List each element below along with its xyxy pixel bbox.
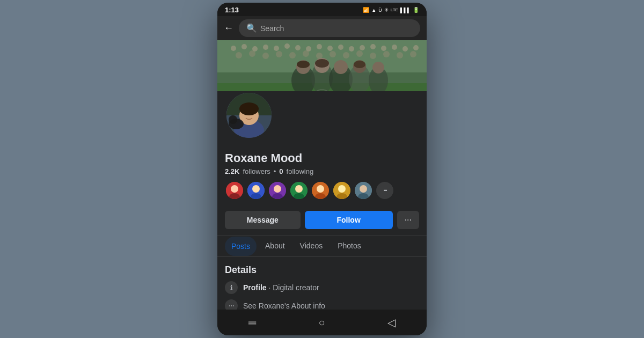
follower-avatar-2[interactable]: [246, 181, 266, 200]
info-icon: ℹ: [225, 281, 238, 294]
svg-point-67: [295, 185, 303, 193]
svg-point-21: [249, 50, 255, 57]
svg-point-5: [263, 45, 268, 50]
followers-count: 2.2K: [225, 167, 239, 175]
status-icons: 📶 ▲ Ü ✳ LTE ▌▌▌ 🔋: [363, 7, 419, 13]
svg-point-46: [372, 62, 384, 74]
svg-point-49: [354, 61, 365, 68]
details-section: Details ℹ Profile · Digital creator ··· …: [217, 257, 427, 310]
svg-point-3: [241, 44, 247, 49]
avatar-section: [217, 91, 427, 146]
tab-videos[interactable]: Videos: [294, 236, 330, 256]
following-label: following: [287, 167, 314, 175]
svg-point-61: [252, 185, 260, 193]
lte-icon: LTE: [391, 8, 398, 12]
svg-point-14: [360, 45, 365, 50]
android-nav-bar: ═ ○ ◁: [217, 310, 427, 335]
svg-point-70: [317, 185, 324, 193]
svg-point-73: [338, 185, 346, 193]
action-buttons: Message Follow ···: [217, 211, 427, 229]
follower-avatars-more[interactable]: ···: [375, 181, 394, 200]
separator: •: [274, 167, 276, 175]
tab-photos[interactable]: Photos: [331, 236, 368, 256]
svg-point-8: [295, 45, 301, 50]
svg-point-23: [276, 51, 282, 57]
follower-avatar-4[interactable]: [289, 181, 309, 200]
tab-posts[interactable]: Posts: [225, 237, 257, 256]
search-icon: 🔍: [246, 23, 257, 33]
signal-icon: 📶: [363, 7, 369, 13]
signal-bars-icon: ▌▌▌: [400, 8, 411, 13]
nav-home-button[interactable]: ═: [238, 314, 267, 331]
phone-frame: 1:13 📶 ▲ Ü ✳ LTE ▌▌▌ 🔋 ← 🔍 Search: [217, 3, 427, 335]
svg-point-6: [274, 46, 279, 51]
svg-point-22: [262, 53, 269, 59]
creator-type: Digital creator: [273, 283, 319, 292]
svg-point-19: [413, 45, 419, 50]
bluetooth-icon: ✳: [384, 7, 389, 13]
svg-point-47: [297, 61, 310, 68]
follower-avatar-1[interactable]: [225, 181, 244, 200]
svg-point-32: [397, 52, 403, 58]
svg-point-18: [402, 46, 408, 52]
battery-icon: 🔋: [413, 7, 419, 13]
svg-point-7: [284, 43, 290, 49]
svg-point-11: [327, 46, 333, 51]
svg-point-31: [383, 51, 390, 57]
svg-point-56: [229, 115, 237, 124]
detail-profile-type: ℹ Profile · Digital creator: [225, 281, 419, 294]
svg-point-27: [330, 51, 336, 57]
svg-point-33: [410, 51, 416, 57]
data-icon: Ü: [378, 8, 382, 13]
message-button[interactable]: Message: [225, 211, 301, 229]
more-button[interactable]: ···: [397, 211, 419, 229]
back-button[interactable]: ←: [224, 23, 233, 34]
details-title: Details: [225, 264, 419, 276]
status-time: 1:13: [225, 6, 239, 14]
svg-point-30: [370, 53, 376, 59]
profile-type-text: Profile · Digital creator: [243, 283, 319, 292]
svg-point-13: [349, 46, 354, 52]
tab-about[interactable]: About: [259, 236, 291, 256]
svg-point-2: [231, 46, 236, 51]
profile-avatar[interactable]: [225, 91, 273, 139]
follower-avatar-3[interactable]: [268, 181, 287, 200]
status-bar: 1:13 📶 ▲ Ü ✳ LTE ▌▌▌ 🔋: [217, 3, 427, 16]
search-placeholder: Search: [260, 24, 284, 33]
svg-point-48: [315, 59, 329, 68]
svg-point-16: [381, 46, 386, 51]
followers-row: 2.2K followers • 0 following: [225, 167, 419, 175]
profile-tabs: Posts About Videos Photos: [217, 236, 427, 256]
follower-avatar-7[interactable]: [354, 181, 373, 200]
nav-back-button[interactable]: ◁: [377, 314, 406, 331]
svg-point-25: [303, 50, 309, 57]
svg-point-58: [231, 185, 238, 193]
follow-button[interactable]: Follow: [305, 211, 393, 229]
svg-point-44: [334, 60, 348, 74]
about-text: See Roxane's About info: [243, 302, 325, 310]
follower-avatar-6[interactable]: [332, 181, 352, 200]
svg-point-54: [239, 102, 259, 115]
svg-point-76: [360, 185, 367, 193]
svg-point-12: [338, 45, 343, 50]
follower-avatar-5[interactable]: [311, 181, 330, 200]
profile-name: Roxane Mood: [225, 151, 419, 165]
svg-point-20: [236, 52, 242, 58]
svg-point-28: [343, 52, 349, 58]
avatar-image: [226, 93, 272, 138]
svg-point-24: [289, 52, 296, 58]
svg-point-29: [356, 50, 363, 57]
nav-home-circle[interactable]: ○: [308, 314, 336, 331]
svg-point-15: [370, 44, 376, 49]
svg-point-10: [317, 44, 322, 49]
search-bar: ← 🔍 Search: [217, 16, 427, 40]
svg-point-17: [392, 45, 397, 50]
svg-point-64: [274, 185, 281, 193]
profile-content: Roxane Mood 2.2K followers • 0 following: [217, 40, 427, 310]
detail-about[interactable]: ··· See Roxane's About info: [225, 299, 419, 310]
dots-icon: ···: [225, 299, 238, 310]
follower-avatars: ···: [225, 181, 419, 200]
followers-label: followers: [243, 167, 270, 175]
following-count: 0: [279, 167, 283, 175]
search-field[interactable]: 🔍 Search: [239, 19, 420, 37]
